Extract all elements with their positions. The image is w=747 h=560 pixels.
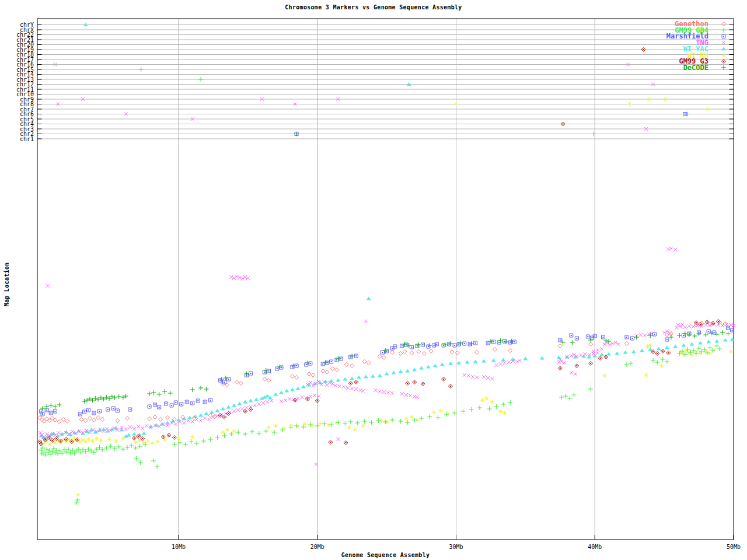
legend-glyph-genethon <box>722 22 726 26</box>
marker-path-genethon <box>38 321 727 424</box>
series-wi_yac <box>39 23 735 441</box>
marker-path-gm99_g3 <box>38 48 721 446</box>
legend-glyph-tng <box>722 41 725 44</box>
marker-path-tng <box>39 63 735 467</box>
marker-fill-gm99_g3 <box>39 49 719 444</box>
series-gm99_g3 <box>38 48 721 446</box>
legend-symbol-wi_yac <box>721 47 726 50</box>
series-marshfield <box>40 113 734 416</box>
legend-label-decode: DeCODE <box>683 64 708 72</box>
legend-glyph-fill-gm99_g3 <box>723 61 724 62</box>
legend-symbol-genethon <box>722 22 726 26</box>
legend-symbol-marshfield <box>722 34 725 38</box>
scatter-plot-svg: 10Mb20Mb30Mb40Mb50MbchrYchrXchr22chr21ch… <box>0 0 747 560</box>
legend-symbol-wi_rh <box>722 53 726 57</box>
legend-glyph-fill-wi_yac <box>721 47 726 50</box>
chart-page: Chromosome 3 Markers vs Genome Sequence … <box>0 0 747 560</box>
x-tick-label: 30Mb <box>449 544 463 550</box>
marker-fill-wi_yac <box>39 23 735 441</box>
x-tick-label: 40Mb <box>588 544 602 550</box>
series-genethon <box>38 321 727 424</box>
legend-symbol-tng <box>722 41 725 44</box>
series-wi_rh <box>42 48 733 497</box>
series-decode <box>40 132 730 411</box>
x-tick-label: 20Mb <box>310 544 324 550</box>
plot-border <box>37 19 734 540</box>
legend-glyph-wi_rh <box>722 53 726 57</box>
marker-path-wi_rh <box>42 48 733 497</box>
legend-symbol-gm99_g3 <box>722 60 726 64</box>
legend-glyph-gm99_gb4 <box>721 28 726 33</box>
marker-path-decode <box>40 132 730 411</box>
chrom-label: chr1 <box>20 136 34 142</box>
legend-symbol-gm99_gb4 <box>721 28 726 33</box>
series-tng <box>39 63 735 467</box>
x-tick-label: 50Mb <box>727 544 741 550</box>
x-tick-label: 10Mb <box>172 544 186 550</box>
marker-fill-marshfield <box>41 114 733 415</box>
marker-path-marshfield <box>40 113 734 416</box>
legend-glyph-fill-marshfield <box>723 36 724 37</box>
